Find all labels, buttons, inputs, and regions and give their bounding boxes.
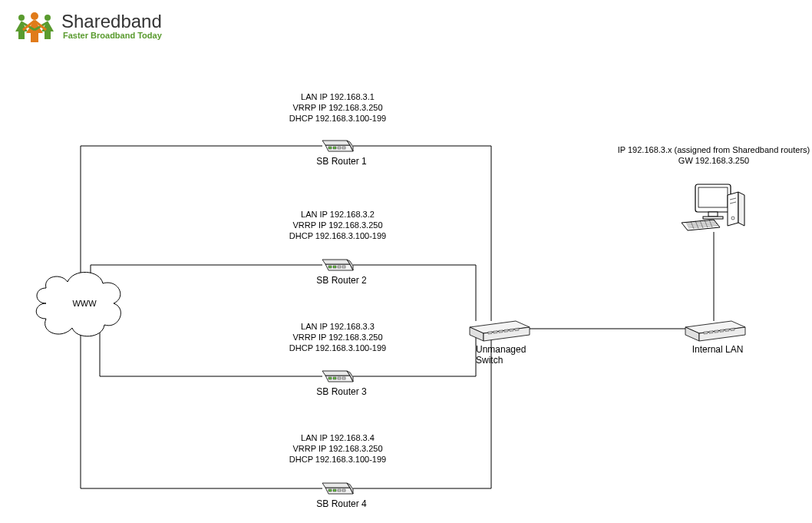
internal-lan-switch-icon bbox=[685, 321, 745, 341]
router-1-vrrp-ip: VRRP IP 192.168.3.250 bbox=[276, 103, 399, 114]
router-4-icon bbox=[322, 483, 353, 494]
router-1-dhcp: DHCP 192.168.3.100-199 bbox=[276, 114, 399, 124]
pc-gw: GW 192.168.3.250 bbox=[606, 155, 812, 166]
pc-config: IP 192.168.3.x (assigned from Sharedband… bbox=[606, 144, 812, 167]
router-2-lan-ip: LAN IP 192.168.3.2 bbox=[276, 210, 399, 220]
router-4-label: SB Router 4 bbox=[311, 498, 372, 509]
unmanaged-switch-icon bbox=[470, 321, 530, 341]
router-2-icon bbox=[322, 260, 353, 270]
router-3-vrrp-ip: VRRP IP 192.168.3.250 bbox=[276, 333, 399, 343]
router-3-icon bbox=[322, 371, 353, 382]
pc-ip: IP 192.168.3.x (assigned from Sharedband… bbox=[606, 144, 812, 155]
router-1-label: SB Router 1 bbox=[311, 156, 372, 167]
router-3-label: SB Router 3 bbox=[311, 386, 372, 397]
router-1-lan-ip: LAN IP 192.168.3.1 bbox=[276, 92, 399, 103]
router-2-dhcp: DHCP 192.168.3.100-199 bbox=[276, 231, 399, 242]
router-4-config: LAN IP 192.168.3.4 VRRP IP 192.168.3.250… bbox=[276, 433, 399, 465]
unmanaged-switch-label: Unmanaged Switch bbox=[476, 344, 545, 366]
router-4-dhcp: DHCP 192.168.3.100-199 bbox=[276, 455, 399, 465]
router-2-label: SB Router 2 bbox=[311, 275, 372, 286]
router-3-config: LAN IP 192.168.3.3 VRRP IP 192.168.3.250… bbox=[276, 322, 399, 353]
cloud-label: WWW bbox=[69, 299, 100, 308]
internal-lan-label: Internal LAN bbox=[687, 344, 748, 355]
router-3-lan-ip: LAN IP 192.168.3.3 bbox=[276, 322, 399, 333]
router-4-vrrp-ip: VRRP IP 192.168.3.250 bbox=[276, 444, 399, 455]
router-1-icon bbox=[322, 141, 353, 151]
router-3-dhcp: DHCP 192.168.3.100-199 bbox=[276, 343, 399, 354]
network-diagram bbox=[0, 0, 812, 523]
router-1-config: LAN IP 192.168.3.1 VRRP IP 192.168.3.250… bbox=[276, 92, 399, 124]
pc-icon bbox=[682, 184, 744, 230]
router-4-lan-ip: LAN IP 192.168.3.4 bbox=[276, 433, 399, 444]
router-2-vrrp-ip: VRRP IP 192.168.3.250 bbox=[276, 220, 399, 231]
router-2-config: LAN IP 192.168.3.2 VRRP IP 192.168.3.250… bbox=[276, 210, 399, 241]
